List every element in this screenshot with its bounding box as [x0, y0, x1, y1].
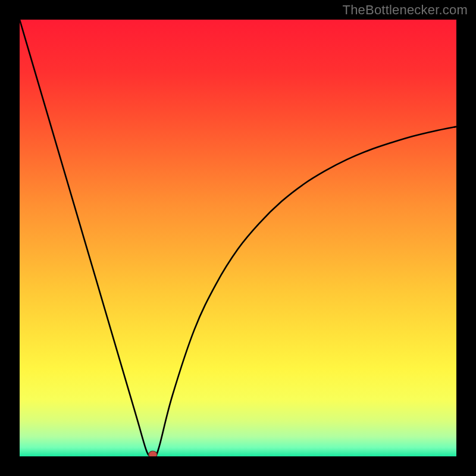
- chart-frame: TheBottlenecker.com: [0, 0, 476, 476]
- plot-area: [20, 20, 456, 456]
- svg-rect-0: [20, 20, 456, 456]
- gradient-background: [20, 20, 456, 456]
- watermark-text: TheBottlenecker.com: [343, 2, 468, 18]
